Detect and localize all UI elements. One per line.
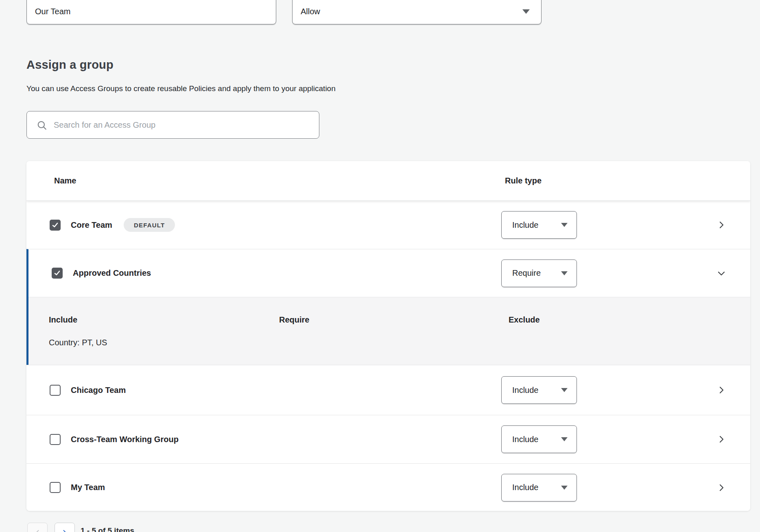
rule-type-value: Require [512, 268, 541, 278]
checkbox-core-team[interactable] [50, 220, 61, 231]
group-name: Cross-Team Working Group [71, 435, 179, 444]
rule-type-value: Include [512, 220, 539, 230]
caret-down-icon [561, 388, 568, 392]
rule-type-select-cross-team-working-group[interactable]: Include [501, 425, 577, 453]
check-icon [53, 269, 61, 277]
expand-row-button[interactable] [716, 385, 727, 395]
chevron-right-icon [716, 220, 726, 230]
group-name: Core Team [71, 220, 112, 230]
table-row-cross-team-working-group[interactable]: Cross-Team Working Group Include [26, 415, 750, 463]
caret-down-icon [561, 223, 568, 227]
rule-type-value: Include [512, 386, 539, 395]
table-row-core-team[interactable]: Core Team DEFAULT Include [26, 201, 750, 249]
rule-type-value: Include [512, 483, 539, 492]
rule-type-select-chicago-team[interactable]: Include [501, 376, 577, 404]
rule-type-select-core-team[interactable]: Include [501, 211, 577, 239]
caret-down-icon [561, 271, 568, 275]
checkbox-chicago-team[interactable] [50, 385, 61, 396]
checkbox-approved-countries[interactable] [52, 268, 63, 279]
group-name: Chicago Team [71, 386, 126, 395]
default-badge: DEFAULT [124, 218, 175, 232]
check-icon [51, 221, 59, 229]
access-groups-table: Name Rule type Core Team DEFAULT Include [26, 161, 750, 511]
rule-type-value: Include [512, 435, 539, 444]
search-input[interactable] [54, 120, 298, 130]
chevron-right-icon [716, 434, 726, 444]
search-icon [37, 120, 47, 131]
expand-row-button[interactable] [716, 220, 727, 230]
action-select[interactable]: Allow [292, 0, 542, 24]
access-group-search[interactable] [26, 111, 319, 139]
table-row-chicago-team[interactable]: Chicago Team Include [26, 365, 750, 415]
page-title: Assign a group [26, 58, 114, 72]
chevron-right-icon [716, 483, 726, 493]
column-header-name: Name [54, 176, 76, 185]
rule-type-select-approved-countries[interactable]: Require [501, 259, 577, 287]
pagination-range-text: 1 - 5 of 5 items [81, 526, 134, 532]
section-description: You can use Access Groups to create reus… [26, 84, 336, 93]
rule-type-select-my-team[interactable]: Include [501, 474, 577, 501]
row-detail-panel: Include Require Exclude Country: PT, US [28, 297, 750, 365]
policy-name-field[interactable] [26, 0, 276, 24]
checkbox-my-team[interactable] [50, 482, 61, 493]
detail-include-value: Country: PT, US [49, 338, 107, 347]
chevron-right-icon [61, 529, 69, 532]
expand-row-button[interactable] [716, 434, 727, 445]
table-header: Name Rule type [26, 161, 750, 201]
table-row-my-team[interactable]: My Team Include [26, 463, 750, 511]
caret-down-icon [561, 486, 568, 490]
group-name: Approved Countries [73, 268, 151, 278]
action-select-value: Allow [301, 7, 500, 16]
pagination-prev-button[interactable] [27, 523, 48, 532]
detail-require-header: Require [279, 315, 309, 325]
caret-down-icon [561, 437, 568, 441]
policy-name-input[interactable] [35, 7, 234, 16]
table-row-approved-countries[interactable]: Approved Countries Require [28, 249, 750, 297]
detail-include-header: Include [49, 315, 77, 325]
collapse-row-button[interactable] [716, 268, 727, 279]
detail-exclude-header: Exclude [509, 315, 540, 325]
column-header-rule-type: Rule type [505, 176, 542, 185]
group-name: My Team [71, 483, 105, 492]
caret-down-icon [522, 9, 530, 14]
chevron-right-icon [716, 385, 726, 395]
checkbox-cross-team-working-group[interactable] [50, 434, 61, 445]
selected-row-block: Approved Countries Require Include Requi… [26, 249, 750, 365]
chevron-down-icon [716, 268, 726, 278]
chevron-left-icon [33, 529, 41, 532]
pagination-next-button[interactable] [55, 523, 75, 532]
expand-row-button[interactable] [716, 482, 727, 493]
